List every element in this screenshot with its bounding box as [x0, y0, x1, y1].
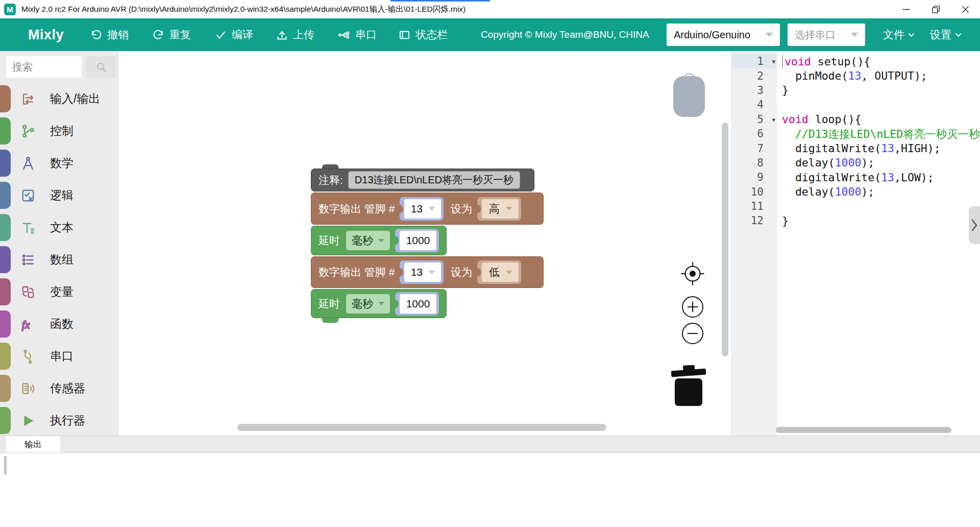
blockly-workspace[interactable]: 注释: D13连接LED\nLED将亮一秒灭一秒 数字输出 管脚 # 13 设为… — [119, 51, 731, 436]
minimize-button[interactable] — [891, 0, 921, 18]
delay-value-input[interactable]: 1000 — [395, 229, 439, 252]
category-array[interactable]: 数组 — [0, 244, 119, 276]
code-line-8: 8 delay(1000); — [731, 156, 980, 170]
close-icon — [960, 4, 971, 15]
code-line-9: 9 digitalWrite(13,LOW); — [731, 170, 980, 184]
chevron-down-icon — [954, 31, 962, 39]
serial-monitor-button[interactable]: 串口 — [338, 18, 377, 51]
code-horizontal-scrollbar[interactable] — [776, 427, 951, 433]
state-dropdown[interactable]: 低 — [477, 260, 521, 284]
settings-menu-label: 设置 — [930, 28, 951, 42]
code-line-5: 5▾void loop(){ — [731, 112, 980, 127]
line-number: 1▾ — [731, 54, 777, 68]
dropdown-arrow-icon — [506, 271, 512, 274]
state-value: 低 — [489, 265, 500, 279]
statusbar-button-label: 状态栏 — [415, 28, 448, 42]
delay-value: 1000 — [406, 298, 430, 310]
code-text: void loop(){ — [777, 113, 861, 126]
board-selector[interactable]: Arduino/Genuino — [667, 23, 780, 46]
sensor-icon — [20, 381, 36, 396]
upload-icon — [276, 29, 288, 41]
category-logic[interactable]: 逻辑 — [0, 179, 119, 211]
delay-value-input[interactable]: 1000 — [395, 292, 439, 316]
zoom-in-icon[interactable] — [681, 295, 704, 319]
category-sensor[interactable]: 传感器 — [0, 372, 119, 404]
category-io[interactable]: 输入/输出 — [0, 83, 119, 115]
checkbox-icon — [20, 188, 36, 203]
output-scrollbar[interactable] — [4, 456, 7, 474]
comment-block[interactable]: 注释: D13连接LED\nLED将亮一秒灭一秒 — [311, 169, 534, 191]
tab-output[interactable]: 输出 — [6, 436, 60, 453]
pin-number-input[interactable]: 13 — [400, 197, 444, 221]
usb-icon — [338, 29, 351, 41]
digital-write-block-high[interactable]: 数字输出 管脚 # 13 设为 高 — [311, 193, 544, 225]
category-variable-label: 变量 — [50, 284, 74, 300]
code-text: pinMode(13, OUTPUT); — [777, 69, 927, 82]
category-io-color-bar — [0, 85, 11, 112]
title-bar: M Mixly 2.0 rc2 For Arduino AVR (D:\mixl… — [0, 0, 980, 18]
code-text: digitalWrite(13,HIGH); — [777, 142, 941, 155]
delay-block-1[interactable]: 延时 毫秒 1000 — [311, 226, 447, 255]
code-line-6: 6 //D13连接LED\nLED将亮一秒灭一秒 — [731, 127, 980, 141]
category-math[interactable]: 数学 — [0, 147, 119, 179]
category-variable[interactable]: 变量 — [0, 276, 119, 308]
category-serial[interactable]: 串口 — [0, 340, 119, 372]
code-text: digitalWrite(13,LOW); — [777, 171, 934, 184]
statusbar-button[interactable]: 状态栏 — [398, 18, 448, 51]
category-serial-color-bar — [0, 343, 11, 370]
trash-icon[interactable] — [671, 365, 706, 406]
category-math-label: 数学 — [50, 155, 74, 171]
code-text: //D13连接LED\nLED将亮一秒灭一秒 — [777, 127, 980, 141]
search-button[interactable] — [86, 56, 116, 78]
comment-text-field[interactable]: D13连接LED\nLED将亮一秒灭一秒 — [348, 171, 520, 189]
category-function-label: 函数 — [50, 316, 74, 332]
copyright-text: Copyright © Mixly Team@BNU, CHINA — [481, 18, 649, 51]
delay-block-2[interactable]: 延时 毫秒 1000 — [311, 289, 447, 318]
file-menu[interactable]: 文件 — [883, 18, 915, 51]
category-logic-color-bar — [0, 182, 11, 209]
zoom-out-icon[interactable] — [681, 322, 704, 345]
main-toolbar: Mixly 撤销重复编译上传串口状态栏 Copyright © Mixly Te… — [0, 18, 980, 51]
restore-icon — [930, 4, 941, 15]
search-icon — [95, 61, 107, 73]
settings-menu[interactable]: 设置 — [930, 18, 962, 51]
restore-button[interactable] — [921, 0, 950, 18]
category-control-color-bar — [0, 117, 11, 145]
set-to-label: 设为 — [451, 202, 472, 216]
line-number: 4 — [731, 98, 777, 112]
delay-unit-dropdown[interactable]: 毫秒 — [346, 231, 390, 250]
minimize-icon — [901, 4, 912, 15]
canvas-horizontal-scrollbar[interactable] — [237, 424, 606, 431]
dropdown-arrow-icon — [429, 271, 435, 274]
category-control-label: 控制 — [50, 123, 74, 139]
canvas-vertical-scrollbar[interactable] — [722, 123, 728, 356]
close-button[interactable] — [950, 0, 980, 18]
dropdown-arrow-icon — [851, 33, 858, 37]
search-input[interactable] — [6, 56, 82, 78]
redo-button[interactable]: 重复 — [152, 18, 191, 51]
delay-unit-dropdown[interactable]: 毫秒 — [346, 294, 390, 314]
backpack-icon[interactable] — [672, 69, 706, 119]
panel-expander[interactable] — [969, 206, 980, 244]
delay-unit-value: 毫秒 — [352, 233, 373, 248]
undo-button[interactable]: 撤销 — [90, 18, 129, 51]
port-selector[interactable]: 选择串口 — [788, 23, 865, 46]
digital-write-block-low[interactable]: 数字输出 管脚 # 13 设为 低 — [311, 256, 544, 288]
code-line-3: 3} — [731, 83, 980, 98]
upload-button[interactable]: 上传 — [276, 18, 314, 51]
board-selector-value: Arduino/Genuino — [674, 29, 750, 41]
category-function[interactable]: fx函数 — [0, 308, 119, 340]
compile-button[interactable]: 编译 — [214, 18, 253, 51]
background-window-sliver — [390, 0, 490, 2]
category-text[interactable]: 文本 — [0, 211, 119, 244]
dropdown-arrow-icon — [766, 33, 773, 37]
zoom-reset-icon[interactable] — [679, 260, 706, 287]
set-to-label: 设为 — [451, 265, 472, 279]
fold-arrow-icon[interactable]: ▾ — [772, 58, 775, 65]
pin-number-input[interactable]: 13 — [400, 260, 444, 284]
category-control[interactable]: 控制 — [0, 115, 119, 147]
state-dropdown[interactable]: 高 — [477, 197, 521, 221]
category-text-color-bar — [0, 214, 11, 241]
fold-arrow-icon[interactable]: ▾ — [772, 115, 775, 123]
category-actuator[interactable]: 执行器 — [0, 404, 119, 437]
